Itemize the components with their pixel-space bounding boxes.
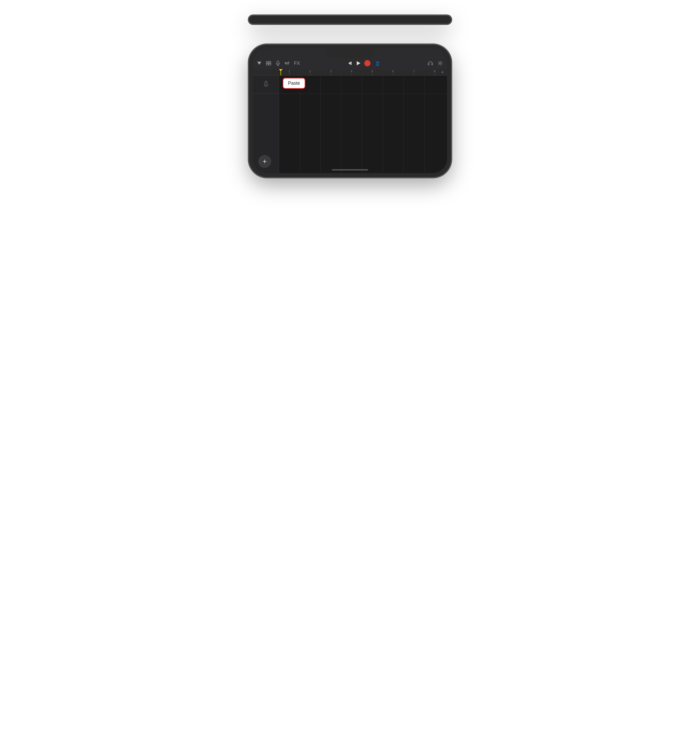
svg-marker-25 (349, 62, 350, 65)
ruler-number: 3 (330, 70, 332, 73)
ruler-mark-4: 4 (341, 70, 362, 75)
ruler-number: 5 (372, 70, 373, 73)
svg-rect-26 (351, 62, 351, 65)
ruler-number: 8 (434, 70, 435, 73)
paste-button[interactable]: Paste (282, 78, 305, 89)
ruler-marks: 1 2 3 4 5 (279, 69, 445, 75)
notch-2 (326, 49, 374, 58)
svg-rect-34 (265, 81, 267, 84)
ruler-line (289, 73, 290, 75)
garageband-background: FX (253, 49, 447, 173)
track-content: Paste (279, 76, 447, 173)
phone-2-garageband: FX (249, 44, 451, 177)
tracks-icon[interactable] (266, 61, 271, 65)
svg-rect-14 (266, 63, 268, 65)
ruler-mark-5: 5 (362, 70, 383, 75)
svg-point-22 (285, 62, 286, 63)
ruler-line (414, 73, 414, 75)
svg-point-24 (288, 62, 289, 63)
ruler-mark-3: 3 (321, 70, 341, 75)
ruler-mark-6: 6 (383, 70, 403, 75)
settings-icon[interactable] (438, 61, 443, 66)
phone-1-files: Rename ✏ Compress Duplic (249, 16, 451, 24)
ruler-mark-2: 2 (300, 70, 321, 75)
dropdown-icon[interactable] (257, 62, 261, 65)
ruler-number: 2 (309, 70, 311, 73)
ruler-number: 4 (351, 70, 352, 73)
track-1-icon (263, 81, 269, 89)
svg-rect-32 (432, 63, 433, 65)
rewind-button[interactable] (348, 61, 353, 66)
metronome-icon[interactable] (375, 61, 380, 66)
track-header-1[interactable] (253, 76, 279, 94)
mixer-icon[interactable] (285, 61, 289, 66)
svg-rect-13 (269, 62, 271, 63)
track-row-1: Paste (279, 76, 447, 94)
playhead (281, 69, 281, 75)
microphone-icon[interactable] (276, 61, 280, 66)
phone-2-screen: FX (253, 49, 447, 173)
ruler-mark-7: 7 (403, 70, 424, 75)
svg-rect-12 (266, 62, 268, 63)
headphones-icon[interactable] (428, 61, 433, 66)
svg-rect-15 (269, 63, 271, 65)
add-track-icon: + (263, 157, 267, 166)
add-track-button-ruler[interactable]: + (441, 70, 444, 75)
transport-controls (348, 60, 371, 66)
fx-label[interactable]: FX (294, 61, 300, 66)
garageband-ruler: 1 2 3 4 5 (253, 69, 447, 76)
ruler-number: 7 (413, 70, 415, 73)
playhead-arrow (279, 69, 282, 71)
svg-rect-16 (277, 61, 279, 64)
svg-rect-31 (428, 63, 429, 65)
play-button[interactable] (356, 61, 360, 66)
ruler-line (310, 73, 310, 75)
ruler-line (351, 73, 352, 75)
ruler-line (393, 73, 393, 75)
add-track-button[interactable]: + (258, 155, 271, 168)
svg-marker-27 (357, 61, 360, 65)
tracks-area: Paste (253, 76, 447, 173)
ruler-number: 6 (392, 70, 394, 73)
svg-point-23 (287, 63, 288, 64)
home-indicator-2 (332, 169, 368, 170)
svg-point-33 (440, 62, 441, 64)
record-button[interactable] (364, 60, 371, 66)
svg-point-30 (377, 65, 378, 66)
ruler-number: 1 (288, 70, 290, 73)
